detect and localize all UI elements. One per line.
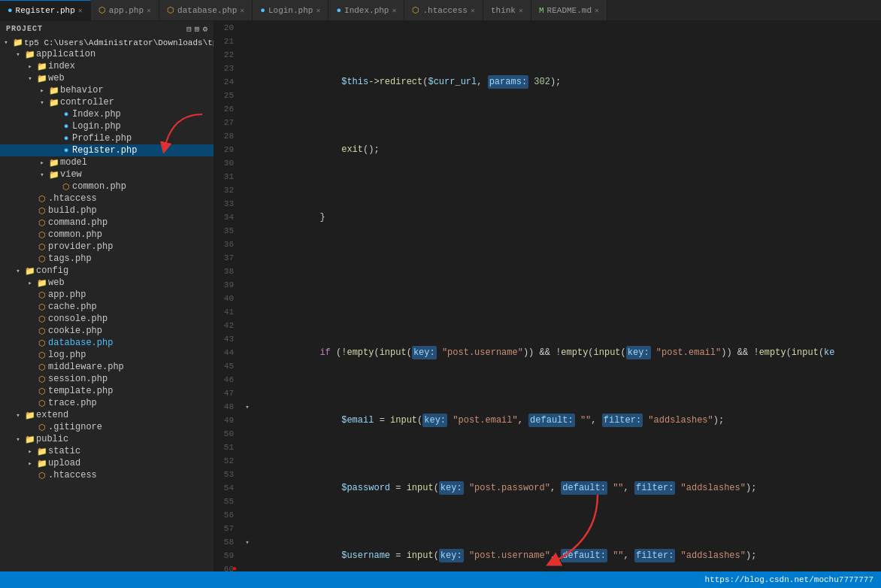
sidebar-item-template-php[interactable]: ⬡ template.php bbox=[0, 385, 213, 397]
sidebar-item-console-php[interactable]: ⬡ console.php bbox=[0, 313, 213, 325]
ln-46: 46 bbox=[214, 373, 238, 386]
sidebar-item-tags-php[interactable]: ⬡ tags.php bbox=[0, 253, 213, 265]
sidebar-item-htaccess-public[interactable]: ⬡ .htaccess bbox=[0, 469, 213, 481]
sidebar-item-trace-php[interactable]: ⬡ trace.php bbox=[0, 397, 213, 409]
gf-28 bbox=[243, 129, 252, 143]
sidebar-item-public[interactable]: ▾ 📁 public bbox=[0, 433, 213, 445]
label-gitignore: .gitignore bbox=[48, 422, 213, 432]
sidebar-item-database-php[interactable]: ⬡ database.php bbox=[0, 337, 213, 349]
tab-close-readme[interactable]: ✕ bbox=[595, 6, 599, 15]
ln-51: 51 bbox=[214, 441, 238, 454]
sidebar-item-model[interactable]: ▸ 📁 model bbox=[0, 156, 213, 168]
sidebar-icon-3[interactable]: ⚙ bbox=[202, 24, 207, 34]
tab-database-php[interactable]: ⬡ database.php ✕ bbox=[159, 0, 253, 20]
sidebar-item-upload[interactable]: ▸ 📁 upload bbox=[0, 457, 213, 469]
code-content[interactable]: 20 21 22 23 24 25 26 27 28 29 30 31 32 3… bbox=[214, 21, 881, 571]
tab-close-register[interactable]: ✕ bbox=[78, 6, 83, 15]
label-provider: provider.php bbox=[48, 241, 213, 252]
sidebar-icon-2[interactable]: ⊞ bbox=[195, 24, 200, 34]
label-behavior: behavior bbox=[60, 85, 213, 95]
sidebar-item-view[interactable]: ▾ 📁 view bbox=[0, 168, 213, 180]
sidebar-item-build-php[interactable]: ⬡ build.php bbox=[0, 205, 213, 217]
gf-34 bbox=[243, 211, 252, 224]
gf-32 bbox=[243, 183, 252, 197]
sidebar-item-log-php[interactable]: ⬡ log.php bbox=[0, 349, 213, 361]
code-lines[interactable]: $this->redirect($curr_url, params: 302);… bbox=[252, 21, 881, 571]
ln-45: 45 bbox=[214, 359, 238, 373]
gf-50 bbox=[243, 427, 252, 441]
ln-23: 23 bbox=[214, 62, 238, 75]
gf-47 bbox=[243, 386, 252, 400]
sidebar-item-behavior[interactable]: ▸ 📁 behavior bbox=[0, 84, 213, 96]
sidebar-item-controller[interactable]: ▾ 📁 controller bbox=[0, 96, 213, 108]
sidebar-item-htaccess-app[interactable]: ⬡ .htaccess bbox=[0, 192, 213, 205]
sidebar-header: Project ⊟ ⊞ ⚙ bbox=[0, 21, 213, 37]
tab-close-think[interactable]: ✕ bbox=[519, 6, 523, 15]
tab-register-php[interactable]: ● Register.php ✕ bbox=[0, 0, 91, 20]
sidebar-item-login-php[interactable]: ● Login.php bbox=[0, 120, 213, 132]
sidebar-item-gitignore[interactable]: ⬡ .gitignore bbox=[0, 421, 213, 433]
tab-close-login[interactable]: ✕ bbox=[316, 6, 320, 15]
sidebar-item-extend[interactable]: ▾ 📁 extend bbox=[0, 409, 213, 421]
sidebar-item-application[interactable]: ▾ 📁 application bbox=[0, 48, 213, 60]
sidebar-item-middleware-php[interactable]: ⬡ middleware.php bbox=[0, 361, 213, 373]
sidebar-item-web-config[interactable]: ▸ 📁 web bbox=[0, 277, 213, 289]
gf-31 bbox=[243, 170, 252, 183]
tab-index-php[interactable]: ● Index.php ✕ bbox=[328, 0, 404, 20]
gutter-fold: ▾ ▾ bbox=[243, 21, 252, 571]
sidebar-item-web[interactable]: ▾ 📁 web bbox=[0, 72, 213, 84]
ln-36: 36 bbox=[214, 238, 238, 251]
code-editor[interactable]: 20 21 22 23 24 25 26 27 28 29 30 31 32 3… bbox=[214, 21, 881, 571]
sidebar-item-command-php[interactable]: ⬡ command.php bbox=[0, 217, 213, 229]
sidebar-root[interactable]: ▾ 📁 tp5 C:\Users\Administrator\Downloads… bbox=[0, 37, 213, 48]
sidebar-item-provider-php[interactable]: ⬡ provider.php bbox=[0, 241, 213, 253]
tab-label: Index.php bbox=[344, 6, 389, 15]
label-login-php: Login.php bbox=[72, 121, 213, 132]
ln-34: 34 bbox=[214, 211, 238, 224]
tab-htaccess[interactable]: ⬡ .htaccess ✕ bbox=[404, 0, 483, 20]
sidebar-item-index-folder[interactable]: ▸ 📁 index bbox=[0, 60, 213, 72]
tab-close-index[interactable]: ✕ bbox=[392, 6, 396, 15]
tab-label: .htaccess bbox=[422, 6, 467, 15]
ln-54: 54 bbox=[214, 481, 238, 495]
arrow-upload: ▸ bbox=[24, 459, 36, 468]
sidebar-item-profile-php[interactable]: ● Profile.php bbox=[0, 132, 213, 144]
gf-40 bbox=[243, 292, 252, 305]
arrow-index-folder: ▸ bbox=[24, 62, 36, 71]
sidebar-item-common-php[interactable]: ⬡ common.php bbox=[0, 229, 213, 241]
label-web-config: web bbox=[48, 277, 213, 288]
sidebar-item-static[interactable]: ▸ 📁 static bbox=[0, 445, 213, 457]
sidebar-item-app-php[interactable]: ⬡ app.php bbox=[0, 289, 213, 301]
ln-33: 33 bbox=[214, 197, 238, 211]
ln-26: 26 bbox=[214, 102, 238, 116]
sidebar-item-config[interactable]: ▾ 📁 config bbox=[0, 265, 213, 277]
sidebar-item-register-php[interactable]: ● Register.php bbox=[0, 144, 213, 156]
sidebar-item-cache-php[interactable]: ⬡ cache.php bbox=[0, 301, 213, 313]
sidebar-item-index-php[interactable]: ● Index.php bbox=[0, 108, 213, 120]
icon-database: ⬡ bbox=[36, 338, 48, 348]
gf-36 bbox=[243, 238, 252, 251]
tab-think[interactable]: think ✕ bbox=[483, 0, 531, 20]
sidebar-item-common-php-view[interactable]: ⬡ common.php bbox=[0, 180, 213, 192]
tab-close-database[interactable]: ✕ bbox=[240, 6, 244, 15]
tab-login-php[interactable]: ● Login.php ✕ bbox=[253, 0, 328, 20]
main-area: Project ⊟ ⊞ ⚙ ▾ 📁 tp5 C:\Users\Administr… bbox=[0, 21, 881, 571]
tab-label: Login.php bbox=[268, 6, 313, 15]
icon-tags: ⬡ bbox=[36, 254, 48, 264]
icon-index-php: ● bbox=[60, 110, 72, 119]
tab-label: Register.php bbox=[16, 6, 75, 15]
gf-27 bbox=[243, 116, 252, 129]
gf-45 bbox=[243, 359, 252, 373]
tab-readme[interactable]: M README.md ✕ bbox=[531, 0, 607, 20]
gf-44 bbox=[243, 346, 252, 359]
code-line-27: $username = input(key: "post.username", … bbox=[255, 549, 881, 562]
sidebar-item-session-php[interactable]: ⬡ session.php bbox=[0, 373, 213, 385]
gf-39 bbox=[243, 278, 252, 292]
label-command: command.php bbox=[48, 217, 213, 228]
tab-close-app[interactable]: ✕ bbox=[147, 6, 151, 15]
icon-htaccess-public: ⬡ bbox=[36, 471, 48, 480]
sidebar-icon-1[interactable]: ⊟ bbox=[186, 24, 192, 34]
tab-close-htaccess[interactable]: ✕ bbox=[471, 6, 475, 15]
sidebar-item-cookie-php[interactable]: ⬡ cookie.php bbox=[0, 325, 213, 337]
tab-app-php[interactable]: ⬡ app.php ✕ bbox=[91, 0, 159, 20]
